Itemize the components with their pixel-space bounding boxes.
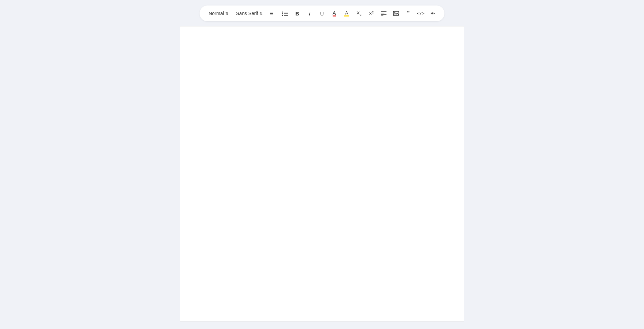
underline-label: U [320,11,324,16]
align-button[interactable] [379,8,389,19]
superscript-label: X2 [369,11,374,16]
editor-toolbar: Normal ⇅ Sans Serif ⇅ ☰ B I U A [200,5,444,21]
font-color-label: A [333,10,336,16]
svg-text:☰: ☰ [270,11,274,16]
font-family-label: Sans Serif [236,11,258,16]
svg-point-1 [282,12,283,13]
italic-label: I [309,11,310,16]
font-family-arrow: ⇅ [260,11,263,16]
blockquote-button[interactable]: " [403,8,414,19]
paragraph-style-label: Normal [208,11,224,16]
blockquote-icon: " [407,10,410,16]
bold-button[interactable]: B [292,8,302,19]
code-button[interactable]: </> [416,8,426,19]
font-family-dropdown[interactable]: Sans Serif ⇅ [233,9,265,18]
font-color-button[interactable]: A [329,8,339,19]
clear-format-x: × [433,12,436,15]
highlight-label: A [344,11,349,16]
editor-content-area[interactable] [180,26,464,321]
code-label: </> [417,11,425,16]
paragraph-style-arrow: ⇅ [225,11,228,16]
subscript-label: X2 [357,10,361,16]
unordered-list-button[interactable] [280,8,290,19]
subscript-button[interactable]: X2 [354,8,364,19]
svg-point-3 [282,13,283,14]
superscript-button[interactable]: X2 [366,8,377,19]
clear-format-label: T [431,11,433,16]
svg-point-12 [394,12,395,13]
ordered-list-button[interactable]: ☰ [267,8,278,19]
italic-button[interactable]: I [305,8,315,19]
svg-point-5 [282,15,283,16]
clear-format-button[interactable]: T × [428,8,438,19]
svg-rect-11 [393,11,399,15]
paragraph-style-dropdown[interactable]: Normal ⇅ [206,9,231,18]
highlight-button[interactable]: A [342,8,352,19]
underline-button[interactable]: U [317,8,327,19]
bold-label: B [295,11,299,16]
image-button[interactable] [391,8,401,19]
